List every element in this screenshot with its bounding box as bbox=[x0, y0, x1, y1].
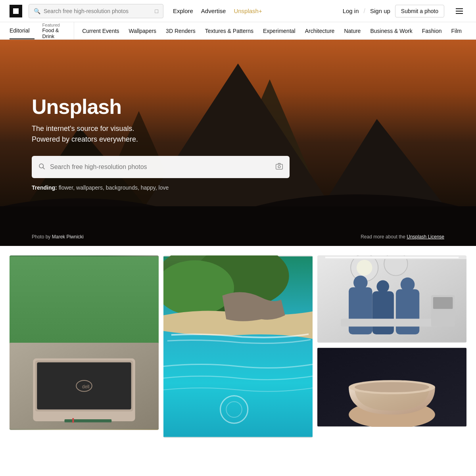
submit-photo-button[interactable]: Submit a photo bbox=[395, 5, 444, 17]
login-link[interactable]: Log in bbox=[343, 8, 359, 14]
menu-line-1 bbox=[456, 8, 463, 9]
svg-rect-33 bbox=[349, 287, 372, 334]
svg-point-36 bbox=[376, 280, 389, 293]
hero-camera-icon[interactable] bbox=[275, 162, 283, 172]
hero-search-input[interactable] bbox=[50, 163, 275, 171]
hero-subtitle: The internet's source for visuals. Power… bbox=[32, 123, 290, 145]
svg-rect-43 bbox=[325, 257, 459, 258]
unsplash-license-link[interactable]: Unsplash License bbox=[407, 234, 444, 240]
menu-line-3 bbox=[456, 13, 463, 14]
hamburger-menu[interactable] bbox=[452, 4, 466, 18]
header-nav: Explore Advertise Unsplash+ bbox=[173, 8, 262, 14]
tab-textures-patterns[interactable]: Textures & Patterns bbox=[200, 22, 258, 39]
photo-credit: Photo by Marek Piwnicki bbox=[32, 234, 84, 240]
advertise-link[interactable]: Advertise bbox=[201, 8, 226, 14]
tab-fashion[interactable]: Fashion bbox=[417, 22, 447, 39]
trending-happy[interactable]: happy bbox=[141, 184, 155, 191]
header-search-bar[interactable]: 🔍 □ bbox=[29, 4, 163, 18]
svg-point-13 bbox=[278, 165, 280, 168]
tab-film[interactable]: Film bbox=[447, 22, 466, 39]
svg-rect-9 bbox=[0, 206, 476, 246]
trending-wallpapers[interactable]: wallpapers bbox=[76, 184, 103, 191]
tab-3d-renders[interactable]: 3D Renders bbox=[161, 22, 200, 39]
header-actions: Log in / Sign up Submit a photo bbox=[343, 4, 466, 18]
photo-column-1: dell bbox=[10, 255, 159, 438]
svg-point-38 bbox=[401, 278, 415, 292]
svg-point-34 bbox=[353, 276, 368, 290]
svg-line-11 bbox=[43, 167, 44, 169]
signup-link[interactable]: Sign up bbox=[370, 8, 390, 14]
tab-editorial[interactable]: Editorial bbox=[10, 22, 35, 39]
hero-section: Unsplash The internet's source for visua… bbox=[0, 40, 476, 246]
svg-rect-35 bbox=[372, 291, 394, 334]
unsplash-plus-link[interactable]: Unsplash+ bbox=[234, 8, 262, 14]
header-search-input[interactable] bbox=[44, 8, 155, 14]
hero-content: Unsplash The internet's source for visua… bbox=[32, 95, 290, 191]
trending-flower[interactable]: flower bbox=[59, 184, 73, 191]
trending-section: Trending: flower, wallpapers, background… bbox=[32, 184, 290, 191]
trending-backgrounds[interactable]: backgrounds bbox=[106, 184, 138, 191]
unsplash-logo[interactable] bbox=[10, 5, 22, 17]
photo-column-3 bbox=[317, 255, 466, 438]
svg-rect-41 bbox=[433, 297, 453, 309]
trending-love[interactable]: love bbox=[159, 184, 169, 191]
tab-wallpapers[interactable]: Wallpapers bbox=[124, 22, 161, 39]
svg-rect-22 bbox=[72, 418, 74, 423]
category-nav: Editorial Featured Food & Drink Current … bbox=[0, 22, 476, 40]
featured-label: Featured bbox=[42, 23, 69, 27]
photo-card-aerial[interactable] bbox=[163, 255, 313, 438]
hero-search-icon bbox=[38, 163, 45, 172]
photo-credit-link[interactable]: Marek Piwnicki bbox=[52, 234, 84, 240]
tab-current-events[interactable]: Current Events bbox=[77, 22, 124, 39]
tab-featured[interactable]: Featured Food & Drink bbox=[38, 22, 75, 39]
photo-card-bowl[interactable] bbox=[317, 347, 466, 427]
photo-card-laptop[interactable]: dell bbox=[10, 255, 159, 430]
hero-title: Unsplash bbox=[32, 95, 290, 119]
svg-rect-12 bbox=[276, 164, 283, 169]
tab-architecture[interactable]: Architecture bbox=[300, 22, 340, 39]
featured-name: Food & Drink bbox=[42, 27, 69, 39]
search-icon: 🔍 bbox=[34, 8, 40, 14]
hero-search-bar[interactable] bbox=[32, 156, 290, 178]
tab-experimental[interactable]: Experimental bbox=[258, 22, 300, 39]
hero-footer: Photo by Marek Piwnicki Read more about … bbox=[32, 234, 444, 240]
photo-card-surgery[interactable] bbox=[317, 255, 466, 343]
svg-rect-37 bbox=[396, 289, 419, 334]
tab-nature[interactable]: Nature bbox=[339, 22, 365, 39]
camera-search-icon[interactable]: □ bbox=[155, 8, 158, 14]
tab-business-work[interactable]: Business & Work bbox=[365, 22, 417, 39]
trending-label: Trending: bbox=[32, 184, 57, 191]
svg-rect-39 bbox=[341, 319, 443, 326]
photo-column-2 bbox=[163, 255, 313, 438]
svg-rect-21 bbox=[65, 419, 112, 422]
photo-grid: dell bbox=[0, 246, 476, 447]
menu-line-2 bbox=[456, 11, 463, 12]
header: 🔍 □ Explore Advertise Unsplash+ Log in /… bbox=[0, 0, 476, 22]
explore-link[interactable]: Explore bbox=[173, 8, 193, 14]
divider: / bbox=[364, 8, 365, 15]
svg-point-10 bbox=[39, 164, 44, 168]
svg-point-31 bbox=[357, 260, 372, 276]
svg-text:dell: dell bbox=[82, 384, 89, 390]
svg-point-47 bbox=[355, 382, 429, 392]
license-info: Read more about the Unsplash License bbox=[361, 234, 444, 240]
